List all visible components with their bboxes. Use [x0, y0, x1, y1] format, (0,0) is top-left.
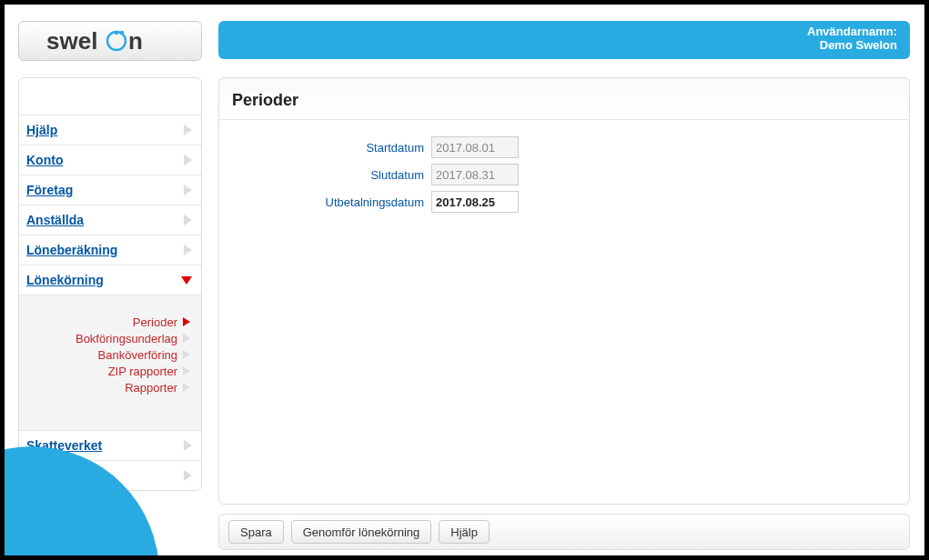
chevron-right-icon [184, 155, 192, 165]
nav-item-konto[interactable]: Konto [19, 145, 201, 175]
chevron-right-icon [184, 125, 192, 135]
subnav-bankoverforing[interactable]: Banköverföring [19, 346, 192, 363]
svg-point-3 [120, 31, 124, 35]
utbetalningsdatum-label: Utbetalningsdatum [219, 195, 431, 209]
chevron-right-icon [184, 440, 192, 451]
slutdatum-label: Slutdatum [219, 168, 431, 182]
chevron-right-icon [183, 350, 190, 359]
chevron-right-icon [184, 470, 192, 481]
svg-text:swel: swel [46, 27, 97, 55]
chevron-right-icon [184, 245, 192, 255]
subnav-perioder[interactable]: Perioder [19, 314, 192, 330]
nav-item-label: Företag [26, 183, 73, 197]
startdatum-input[interactable] [431, 136, 519, 158]
nav-item-label: Löneberäkning [26, 243, 117, 257]
brand-logo: swel n [18, 21, 202, 61]
svg-text:n: n [128, 27, 143, 55]
username-label: Användarnamn: [218, 21, 897, 38]
chevron-right-icon [183, 334, 190, 343]
nav-item-label: Anställda [26, 213, 84, 227]
nav-item-hjalp[interactable]: Hjälp [19, 115, 201, 145]
subnav-label: Bokföringsunderlag [76, 332, 177, 345]
main-panel: Perioder Startdatum Slutdatum Utbetalnin… [218, 77, 910, 505]
nav-item-label: Lönekörning [26, 273, 104, 287]
subnav-label: Rapporter [125, 381, 177, 395]
save-button[interactable]: Spara [228, 520, 284, 544]
nav-submenu-lonekorning: Perioder Bokföringsunderlag Banköverföri… [19, 295, 201, 430]
nav-item-foretag[interactable]: Företag [19, 175, 201, 205]
chevron-right-icon [183, 366, 190, 375]
subnav-bokforingsunderlag[interactable]: Bokföringsunderlag [19, 330, 192, 346]
run-button[interactable]: Genomför lönekörning [291, 520, 432, 544]
svg-point-2 [115, 31, 118, 35]
username-value: Demo Swelon [218, 38, 897, 52]
chevron-right-icon [183, 383, 190, 392]
subnav-label: Banköverföring [98, 348, 177, 362]
user-header: Användarnamn: Demo Swelon [218, 21, 910, 59]
utbetalningsdatum-input[interactable] [431, 191, 519, 213]
subnav-label: Perioder [133, 315, 177, 329]
subnav-label: ZIP rapporter [108, 365, 177, 378]
nav-item-loneberakning[interactable]: Löneberäkning [19, 235, 201, 265]
main-nav: Hjälp Konto Företag Anställda Löneberäkn… [18, 77, 202, 491]
action-bar: Spara Genomför lönekörning Hjälp [218, 514, 910, 550]
nav-item-label: Hjälp [26, 123, 57, 137]
nav-item-anstallda[interactable]: Anställda [19, 205, 201, 235]
chevron-right-icon [184, 185, 192, 195]
chevron-right-icon [184, 215, 192, 225]
subnav-rapporter[interactable]: Rapporter [19, 379, 192, 395]
startdatum-label: Startdatum [219, 141, 431, 155]
nav-spacer [19, 78, 201, 115]
slutdatum-input[interactable] [431, 164, 519, 185]
chevron-down-icon [181, 276, 192, 285]
chevron-right-icon [183, 317, 190, 326]
nav-item-lonekorning[interactable]: Lönekörning [19, 265, 201, 295]
help-button[interactable]: Hjälp [439, 520, 490, 544]
subnav-zip-rapporter[interactable]: ZIP rapporter [19, 363, 192, 379]
page-title: Perioder [219, 78, 909, 119]
nav-item-label: Konto [26, 153, 63, 167]
